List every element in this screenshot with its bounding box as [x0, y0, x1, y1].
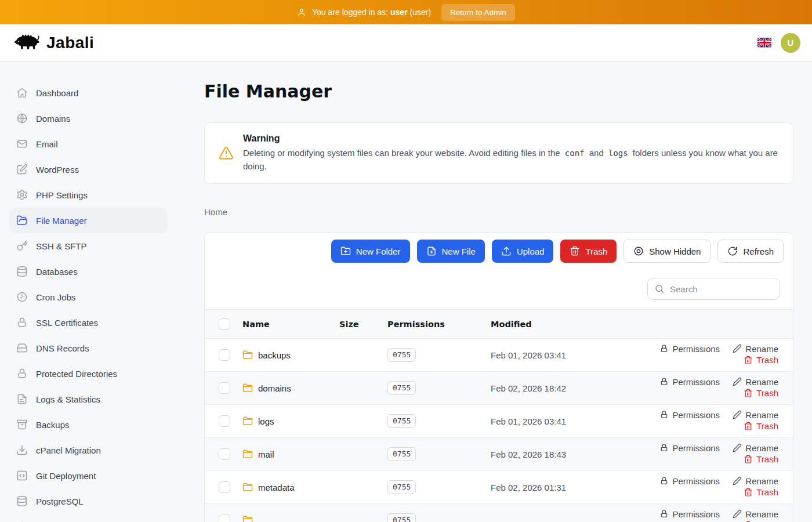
sidebar-item-databases[interactable]: Databases: [9, 259, 168, 284]
rename-action[interactable]: Rename: [733, 344, 778, 354]
permissions-badge: 0755: [387, 447, 416, 461]
rename-action[interactable]: Rename: [733, 509, 778, 519]
rename-action[interactable]: Rename: [733, 410, 778, 420]
new-file-button[interactable]: New File: [417, 240, 485, 263]
trash-action[interactable]: Trash: [744, 421, 778, 431]
archive-icon: [16, 419, 28, 430]
table-row: backups 0755 Feb 01, 2026 03:41 Permissi…: [205, 339, 793, 372]
sidebar-item-item[interactable]: [9, 514, 168, 522]
folder-icon: [242, 515, 253, 522]
file-size: [339, 504, 387, 522]
trash-button[interactable]: Trash: [560, 240, 617, 263]
upload-button[interactable]: Upload: [492, 240, 554, 263]
lock-icon: [16, 317, 28, 328]
warning-banner: Warning Deleting or modifying system fil…: [204, 122, 793, 184]
sidebar-item-file-manager[interactable]: File Manager: [9, 208, 168, 233]
new-folder-button[interactable]: New Folder: [331, 240, 410, 263]
sidebar-item-cpanel-migration[interactable]: cPanel Migration: [9, 437, 168, 463]
search-input[interactable]: [647, 278, 780, 300]
row-checkbox[interactable]: [219, 382, 230, 394]
file-name[interactable]: mail: [258, 449, 274, 459]
trash-icon: [570, 246, 580, 256]
file-name[interactable]: metadata: [258, 483, 295, 492]
brand-logo[interactable]: Jabali: [14, 32, 94, 53]
search-icon: [654, 284, 665, 294]
rename-action[interactable]: Rename: [733, 476, 778, 486]
return-to-admin-button[interactable]: Return to Admin: [441, 4, 515, 21]
logged-in-text: You are logged in as: user (user): [312, 8, 431, 17]
sidebar-item-email[interactable]: Email: [9, 131, 168, 157]
sidebar-item-git-deployment[interactable]: Git Deployment: [9, 463, 168, 488]
sidebar-item-backups[interactable]: Backups: [9, 412, 168, 437]
trash-action[interactable]: Trash: [744, 454, 778, 464]
modified-date: Feb 02, 2026 18:42: [491, 372, 629, 405]
permissions-badge: 0755: [387, 381, 416, 395]
sidebar-item-ssh-sftp[interactable]: SSH & SFTP: [9, 233, 168, 259]
sidebar-item-protected-directories[interactable]: Protected Directories: [9, 361, 168, 386]
refresh-button[interactable]: Refresh: [717, 240, 784, 263]
warning-title: Warning: [243, 133, 779, 144]
lock-icon: [659, 344, 669, 353]
trash-action[interactable]: Trash: [744, 355, 778, 365]
sidebar-item-wordpress[interactable]: WordPress: [9, 157, 168, 182]
file-name[interactable]: domains: [258, 383, 291, 393]
row-checkbox[interactable]: [219, 349, 230, 361]
show-hidden-button[interactable]: Show Hidden: [624, 240, 710, 263]
modified-date: Feb 01, 2026 03:41: [491, 339, 629, 372]
sidebar-item-domains[interactable]: Domains: [9, 106, 168, 131]
table-row: 0755 Permissions Rename Trash: [205, 504, 793, 522]
sidebar-item-label: File Manager: [36, 216, 87, 226]
trash-icon: [744, 455, 753, 464]
column-header-modified: Modified: [491, 310, 629, 339]
permissions-action[interactable]: Permissions: [659, 476, 720, 486]
sidebar-item-label: PHP Settings: [36, 190, 88, 200]
pencil-icon: [733, 443, 742, 452]
trash-action[interactable]: Trash: [744, 388, 778, 398]
modified-date: [491, 504, 629, 522]
row-checkbox[interactable]: [219, 448, 230, 460]
permissions-action[interactable]: Permissions: [659, 443, 720, 453]
pencil-icon: [733, 509, 742, 519]
sidebar-item-dns-records[interactable]: DNS Records: [9, 335, 168, 361]
permissions-action[interactable]: Permissions: [659, 344, 720, 354]
sidebar-item-dashboard[interactable]: Dashboard: [9, 80, 168, 106]
rename-action[interactable]: Rename: [733, 443, 778, 453]
language-flag-icon[interactable]: [757, 38, 771, 48]
column-header-permissions: Permissions: [387, 310, 491, 339]
file-name[interactable]: backups: [258, 350, 291, 360]
permissions-action[interactable]: Permissions: [659, 509, 720, 519]
sidebar-item-label: WordPress: [36, 165, 79, 175]
sidebar-item-label: Git Deployment: [36, 471, 96, 481]
column-header-size: Size: [339, 310, 387, 339]
permissions-badge: 0755: [387, 480, 416, 494]
row-checkbox[interactable]: [219, 514, 230, 522]
folder-icon: [242, 416, 253, 426]
file-size: [339, 339, 387, 372]
refresh-icon: [727, 246, 738, 256]
sidebar-item-cron-jobs[interactable]: Cron Jobs: [9, 284, 168, 310]
sidebar-item-ssl-certificates[interactable]: SSL Certificates: [9, 310, 168, 335]
sidebar-item-logs-statistics[interactable]: Logs & Statistics: [9, 386, 168, 412]
select-all-checkbox[interactable]: [219, 318, 230, 330]
lock-icon: [659, 509, 669, 519]
main-content: File Manager Warning Deleting or modifyi…: [177, 61, 812, 522]
permissions-action[interactable]: Permissions: [659, 377, 720, 387]
download-icon: [16, 444, 28, 456]
rename-action[interactable]: Rename: [733, 377, 778, 387]
key-icon: [16, 240, 28, 252]
upload-icon: [501, 246, 512, 256]
breadcrumb[interactable]: Home: [204, 207, 227, 217]
sidebar-item-postgresql[interactable]: PostgreSQL: [9, 488, 168, 514]
file-name[interactable]: logs: [258, 416, 274, 426]
user-icon: [297, 8, 306, 17]
table-row: mail 0755 Feb 02, 2026 18:43 Permissions…: [205, 438, 793, 471]
row-checkbox[interactable]: [219, 481, 230, 493]
sidebar-item-php-settings[interactable]: PHP Settings: [9, 182, 168, 208]
row-checkbox[interactable]: [219, 415, 230, 427]
sidebar-item-label: Email: [36, 139, 58, 149]
user-avatar[interactable]: U: [781, 33, 800, 53]
permissions-action[interactable]: Permissions: [659, 410, 720, 420]
lock-icon: [659, 377, 669, 386]
lock-icon: [659, 443, 669, 452]
trash-action[interactable]: Trash: [744, 487, 778, 497]
